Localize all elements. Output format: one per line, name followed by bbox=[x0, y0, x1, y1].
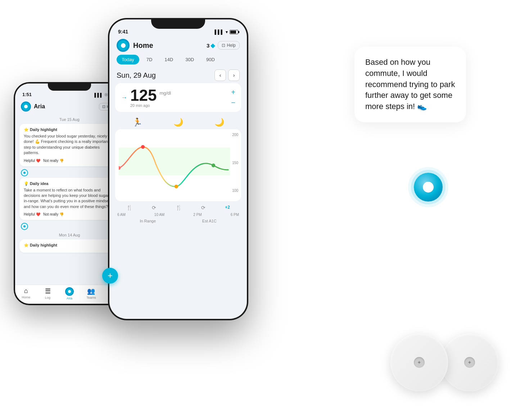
msg1-tag: ⭐ Daily highlight bbox=[24, 127, 115, 132]
msg2-not-helpful[interactable]: Not really 👎 bbox=[43, 212, 64, 216]
main-status-icons: ▌▌▌ ▾ bbox=[214, 30, 238, 35]
sensor-screw-1: ✦ bbox=[417, 360, 421, 365]
chart-events: 🍴 ⟳ 🍴 ⟳ +2 bbox=[109, 204, 247, 212]
date-arrows: ‹ › bbox=[214, 69, 240, 81]
left-scroll-content[interactable]: Tue 15 Aug ⭐ Daily highlight You checked… bbox=[15, 114, 124, 285]
glucose-reading: → 125 mg/dl 20 min ago bbox=[121, 87, 171, 108]
x-label-10am: 10 AM bbox=[154, 213, 164, 217]
tab-today[interactable]: Today bbox=[117, 55, 139, 64]
date-label-1: Tue 15 Aug bbox=[19, 117, 119, 122]
meal-icon-1: 🍴 bbox=[126, 205, 132, 211]
msg1-helpful[interactable]: Helpful ❤️ bbox=[24, 159, 40, 163]
main-help-button[interactable]: ⊡ Help bbox=[218, 41, 240, 50]
x-label-2pm: 2 PM bbox=[193, 213, 202, 217]
svg-rect-0 bbox=[119, 148, 230, 175]
x-label-6pm: 6 PM bbox=[231, 213, 239, 217]
glucose-plus-button[interactable]: + bbox=[231, 88, 235, 96]
prev-date-button[interactable]: ‹ bbox=[214, 69, 226, 81]
metrics-row: In Range Est A1C bbox=[109, 217, 247, 225]
y-label-200: 200 bbox=[232, 133, 238, 137]
left-phone-notch bbox=[48, 82, 91, 91]
aria-logo-main bbox=[117, 39, 130, 52]
sensor-center-2: ✦ bbox=[464, 357, 475, 368]
sleep-icon-1: 🌙 bbox=[173, 118, 183, 127]
tab-14d[interactable]: 14D bbox=[159, 55, 178, 64]
left-phone-inner: 1:51 ▌▌▌ ☉ Aria ⊡ Help Tue 15 Aug ⭐ Dail… bbox=[15, 83, 124, 304]
glucose-minus-button[interactable]: − bbox=[231, 99, 235, 107]
msg1-body: You checked your blood sugar yesterday, … bbox=[24, 134, 115, 156]
date-nav: Sun, 29 Aug ‹ › bbox=[109, 67, 247, 83]
glucose-card: → 125 mg/dl 20 min ago + − bbox=[115, 83, 241, 112]
message-card-1: ⭐ Daily highlight You checked your blood… bbox=[19, 124, 119, 166]
sensor-center-1: ✦ bbox=[414, 357, 425, 368]
main-phone: 9:41 ▌▌▌ ▾ Home 3 ◆ ⊡ Help bbox=[108, 18, 248, 320]
msg3-tag: ⭐ Daily highlight bbox=[24, 243, 115, 248]
aria-logo-small bbox=[21, 101, 31, 112]
nav-log[interactable]: ☰ Log bbox=[37, 287, 58, 300]
tab-bar: Today 7D 14D 30D 90D bbox=[109, 55, 247, 67]
nav-aria[interactable]: Aria bbox=[59, 287, 80, 300]
activity-chart-icon: ⟳ bbox=[152, 205, 156, 211]
msg2-body: Take a moment to reflect on what foods a… bbox=[24, 188, 115, 210]
tab-7d[interactable]: 7D bbox=[141, 55, 158, 64]
msg2-helpful[interactable]: Helpful ❤️ bbox=[24, 212, 40, 216]
tab-30d[interactable]: 30D bbox=[180, 55, 199, 64]
y-label-150: 150 bbox=[232, 161, 238, 165]
msg2-actions: Helpful ❤️ Not really 👎 bbox=[24, 212, 115, 216]
left-header: Aria ⊡ Help bbox=[15, 99, 124, 114]
message-card-3: ⭐ Daily highlight bbox=[19, 239, 119, 253]
main-phone-inner: 9:41 ▌▌▌ ▾ Home 3 ◆ ⊡ Help bbox=[109, 19, 247, 319]
left-app-name: Aria bbox=[34, 103, 99, 110]
nav-home[interactable]: ⌂ Home bbox=[15, 287, 37, 300]
sensor-disc-1: ✦ bbox=[390, 334, 448, 391]
msg1-actions: Helpful ❤️ Not really 👎 bbox=[24, 159, 115, 163]
svg-point-4 bbox=[212, 163, 215, 167]
main-app-title: Home bbox=[133, 41, 207, 50]
drop-icon: ◆ bbox=[211, 42, 215, 49]
aria-orb-center bbox=[423, 182, 434, 193]
left-bottom-nav: ⌂ Home ☰ Log Aria 👥 Teams ··· More bbox=[15, 285, 124, 304]
sensor-disc-2: ✦ bbox=[441, 334, 498, 391]
metric-in-range: In Range bbox=[140, 219, 156, 223]
next-date-button[interactable]: › bbox=[228, 69, 240, 81]
glucose-values: 125 mg/dl 20 min ago bbox=[130, 87, 171, 108]
main-header: Home 3 ◆ ⊡ Help bbox=[109, 37, 247, 55]
run-icon: 🏃 bbox=[132, 118, 142, 127]
msg2-tag: 💡 Daily idea bbox=[24, 181, 115, 186]
date-label-2: Mon 14 Aug bbox=[19, 233, 119, 237]
metric-a1c: Est A1C bbox=[202, 219, 217, 223]
aria-orb-visual bbox=[414, 173, 443, 202]
msg1-not-helpful[interactable]: Not really 👎 bbox=[43, 159, 64, 163]
main-header-right: 3 ◆ ⊡ Help bbox=[207, 41, 240, 50]
sleep-icon-2: 🌙 bbox=[214, 118, 224, 127]
main-time: 9:41 bbox=[118, 29, 128, 35]
aria-dot-1 bbox=[21, 169, 28, 176]
nav-teams[interactable]: 👥 Teams bbox=[80, 287, 102, 300]
x-axis: 6 AM 10 AM 2 PM 6 PM bbox=[109, 212, 247, 217]
trend-arrow-icon: → bbox=[121, 94, 127, 101]
sensor-screw-2: ✦ bbox=[467, 360, 472, 365]
activity-chart-icon2: ⟳ bbox=[201, 205, 205, 211]
left-time: 1:51 bbox=[22, 92, 32, 97]
glucose-number: 125 bbox=[130, 87, 157, 103]
svg-point-3 bbox=[175, 185, 178, 188]
speech-bubble-text: Based on how you commute, I would recomm… bbox=[365, 58, 455, 111]
svg-point-2 bbox=[141, 145, 145, 149]
meal-icon-2: 🍴 bbox=[176, 205, 182, 211]
x-label-6am: 6 AM bbox=[117, 213, 126, 217]
main-phone-notch bbox=[151, 18, 205, 29]
more-events-badge[interactable]: +2 bbox=[225, 205, 230, 211]
activity-row: 🏃 🌙 🌙 bbox=[109, 116, 247, 129]
chart-svg bbox=[119, 133, 238, 198]
y-label-100: 100 bbox=[232, 189, 238, 193]
message-card-2: 💡 Daily idea Take a moment to reflect on… bbox=[19, 178, 119, 220]
glucose-unit: mg/dl bbox=[159, 90, 171, 96]
drop-count: 3 ◆ bbox=[207, 42, 215, 49]
aria-dot-2 bbox=[21, 223, 28, 230]
plus-button[interactable]: + bbox=[102, 268, 118, 284]
glucose-chart: 200 150 100 bbox=[115, 129, 241, 201]
current-date: Sun, 29 Aug bbox=[117, 71, 156, 80]
aria-orb bbox=[414, 173, 443, 202]
tab-90d[interactable]: 90D bbox=[201, 55, 220, 64]
glucose-adjust: + − bbox=[231, 88, 235, 107]
